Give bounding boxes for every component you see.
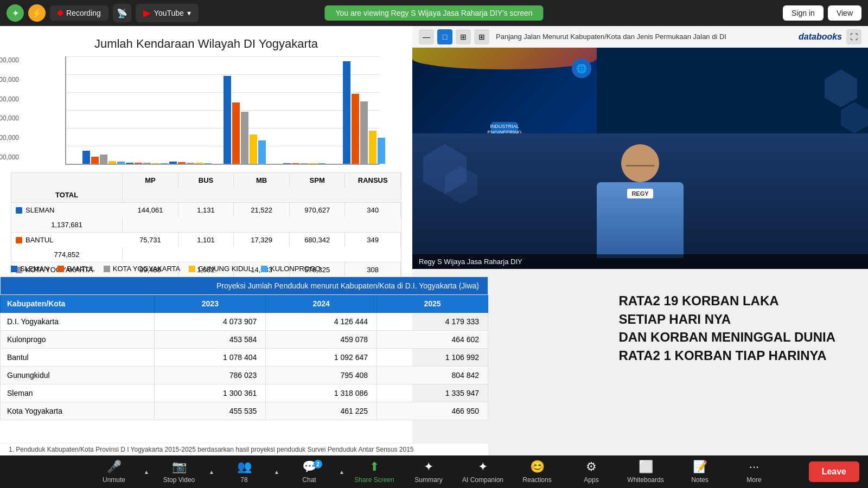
chart-legend: SLEMAN BANTUL KOTA YOGYAKARTA GUNUNG KID…: [11, 265, 401, 273]
more-icon: ···: [749, 460, 759, 474]
col-region: Kabupaten/Kota: [1, 295, 155, 313]
view-button[interactable]: View: [828, 5, 861, 21]
participants-icon: 👥: [237, 460, 252, 474]
share-screen-button[interactable]: ⬆ Share Screen: [347, 455, 401, 488]
hex-decoration-1: [825, 69, 857, 107]
reactions-button[interactable]: 😊 Reactions: [510, 455, 564, 488]
stats-line3: DAN KORBAN MENINGGAL DUNIA: [618, 328, 835, 346]
col-2023: 2023: [155, 295, 266, 313]
wifi-button[interactable]: 📡: [113, 4, 131, 22]
col-2024: 2024: [266, 295, 377, 313]
whiteboards-button[interactable]: ⬜ Whiteboards: [618, 455, 673, 488]
speaker-name-bar: Regy S Wijaya Jasa Raharja DIY: [412, 254, 868, 269]
stats-text: RATA2 19 KORBAN LAKA SETIAP HARI NYA DAN…: [618, 292, 835, 364]
apps-label: Apps: [584, 476, 598, 484]
window-title: Panjang Jalan Menurut Kabupaten/Kota dan…: [496, 33, 792, 41]
speaker-video: REGY Regy S Wijaya Jasa Raharja DIY: [412, 133, 868, 269]
more-label: More: [746, 476, 761, 484]
share-screen-label: Share Screen: [354, 476, 394, 484]
bus-bars: [126, 163, 168, 164]
notes-label: Notes: [691, 476, 708, 484]
reactions-label: Reactions: [522, 476, 551, 484]
summary-label: Summary: [414, 476, 442, 484]
table-header: MP BUS MB SPM RANSUS TOTAL: [11, 172, 401, 203]
main-content: Jumlah Kendaraan Wilayah DI Yogyakarta 1…: [0, 26, 868, 455]
total-bars: [343, 61, 385, 164]
window-controls: — □ ⊞ ⊞: [419, 29, 489, 44]
unmute-button[interactable]: 🎤 Unmute: [87, 455, 141, 488]
speaker-head: [621, 144, 659, 182]
green-icon-btn[interactable]: ✦: [7, 4, 24, 22]
stats-line1: RATA2 19 KORBAN LAKA: [618, 292, 835, 310]
globe-icon: 🌐: [572, 59, 591, 78]
mp-bars: [82, 151, 125, 164]
grid-btn[interactable]: ⊞: [456, 29, 471, 44]
stats-line2: SETIAP HARI NYA: [618, 310, 835, 329]
population-table-section: Proyeksi Jumlah Penduduk menurut Kabupat…: [0, 277, 412, 455]
stop-video-chevron[interactable]: ▲: [206, 455, 217, 488]
youtube-icon: ▶: [143, 7, 151, 19]
chat-button[interactable]: 💬 2 Chat: [282, 455, 336, 488]
table-row: BANTUL 75,731 1,101 17,329 680,342 349 7…: [11, 233, 401, 262]
chat-chevron[interactable]: ▲: [336, 455, 347, 488]
participants-label: 78: [240, 476, 247, 484]
summary-icon: ✦: [424, 460, 433, 474]
stop-video-group: 📷 Stop Video ▲: [152, 455, 217, 488]
notes-icon: 📝: [693, 460, 707, 474]
ai-companion-icon: ✦: [478, 460, 488, 474]
mb-bars: [169, 162, 212, 164]
minimize-btn[interactable]: —: [419, 29, 434, 44]
stats-line4: RATA2 1 KORBAN TIAP HARINYA: [618, 346, 835, 365]
more-button[interactable]: ··· More: [727, 455, 781, 488]
top-right-buttons: Sign in View: [783, 5, 861, 21]
spm-bars: [224, 76, 266, 164]
yellow-icon-btn[interactable]: ⚡: [28, 4, 46, 22]
leave-button[interactable]: Leave: [809, 461, 859, 482]
chart-title: Jumlah Kendaraan Wilayah DI Yogyakarta: [11, 37, 401, 51]
slide-area: Jumlah Kendaraan Wilayah DI Yogyakarta 1…: [0, 26, 412, 455]
unmute-group: 🎤 Unmute ▲: [87, 455, 152, 488]
summary-button[interactable]: ✦ Summary: [401, 455, 456, 488]
speaker-body: REGY: [597, 182, 684, 258]
youtube-chevron: ▾: [187, 9, 191, 17]
youtube-label: YouTube: [154, 9, 184, 17]
participants-group: 👥 78 ▲: [217, 455, 282, 488]
right-panel: — □ ⊞ ⊞ Panjang Jalan Menurut Kabupaten/…: [412, 26, 868, 455]
whiteboards-icon: ⬜: [639, 460, 653, 474]
ai-companion-button[interactable]: ✦ AI Companion: [456, 455, 510, 488]
databooks-logo: databooks: [799, 32, 842, 42]
whiteboards-label: Whiteboards: [627, 476, 663, 484]
toolbar: 🎤 Unmute ▲ 📷 Stop Video ▲ 👥 78 ▲ 💬 2 Cha…: [0, 455, 868, 488]
apps-btn[interactable]: ⊞: [474, 29, 489, 44]
reactions-icon: 😊: [530, 460, 545, 474]
webinar-video: INDUSTRIALENGINEERINGDOCTORALPROGRAM Int…: [412, 48, 868, 269]
unmute-chevron[interactable]: ▲: [141, 455, 152, 488]
expand-btn[interactable]: ⛶: [846, 29, 861, 44]
bar-chart: MP BUS MB SPM RANSUS TOTAL: [65, 56, 380, 165]
screen-share-banner: You are viewing Regy S Wijaya Jasa Rahar…: [324, 5, 543, 21]
top-bar: ✦ ⚡ Recording 📡 ▶ YouTube ▾ You are view…: [0, 0, 868, 26]
unmute-icon: 🎤: [107, 460, 122, 474]
databooks-header: — □ ⊞ ⊞ Panjang Jalan Menurut Kabupaten/…: [412, 26, 868, 48]
chat-badge: 2: [314, 460, 322, 468]
participants-chevron[interactable]: ▲: [271, 455, 282, 488]
y-axis-labels: 1,200,000 1,000,000 800,000 600,000 400,…: [0, 56, 19, 173]
youtube-button[interactable]: ▶ YouTube ▾: [136, 4, 199, 22]
regy-badge: REGY: [627, 189, 653, 198]
share-screen-icon: ⬆: [369, 460, 379, 474]
notes-button[interactable]: 📝 Notes: [673, 455, 727, 488]
participants-button[interactable]: 👥 78: [217, 455, 271, 488]
unmute-label: Unmute: [103, 476, 125, 484]
sign-in-button[interactable]: Sign in: [783, 5, 824, 21]
rec-dot: [58, 10, 63, 16]
ai-companion-label: AI Companion: [462, 476, 503, 484]
chat-label: Chat: [302, 476, 316, 484]
view-label: View: [837, 9, 853, 17]
stop-video-icon: 📷: [172, 460, 187, 474]
recording-button[interactable]: Recording: [50, 5, 108, 21]
chat-group: 💬 2 Chat ▲: [282, 455, 347, 488]
restore-btn[interactable]: □: [437, 29, 452, 44]
table-row: SLEMAN 144,061 1,131 21,522 970,627 340 …: [11, 203, 401, 233]
apps-button[interactable]: ⚙ Apps: [564, 455, 618, 488]
stop-video-button[interactable]: 📷 Stop Video: [152, 455, 206, 488]
